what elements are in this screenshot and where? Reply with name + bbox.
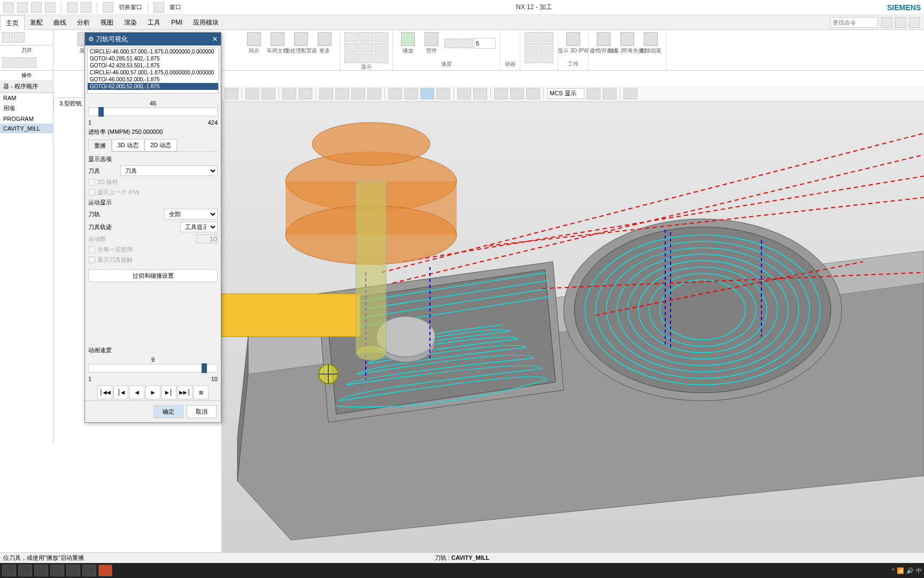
disp-mini-6[interactable] [374, 43, 388, 52]
tab-pmi[interactable]: PMI [166, 15, 188, 30]
st-icon-16[interactable] [494, 88, 508, 100]
st-icon-10[interactable] [388, 88, 402, 100]
lp-icon-3[interactable] [2, 57, 13, 68]
nc-lines-list[interactable]: CIRCLE/-46.000,57.000,-1.875,0.0000000,0… [87, 48, 219, 94]
ok-button[interactable]: 确定 [153, 405, 183, 418]
first-button[interactable]: |◀◀ [97, 385, 112, 399]
2d-remove-checkbox[interactable] [88, 179, 95, 186]
tray-chevron-up-icon[interactable]: ^ [892, 567, 895, 574]
tab-2d-dynamic[interactable]: 2D 动态 [144, 139, 177, 151]
st-icon-21[interactable] [623, 88, 637, 100]
path-select[interactable]: 全部 [164, 209, 218, 219]
cancel-button[interactable]: 取消 [187, 405, 217, 418]
st-icon-6[interactable] [319, 88, 333, 100]
tool-mini-2[interactable] [540, 32, 553, 42]
st-icon-18[interactable] [526, 88, 540, 100]
st-icon-9[interactable] [367, 88, 381, 100]
tab-replay[interactable]: 重播 [88, 140, 112, 152]
tool-mini-4[interactable] [540, 43, 553, 52]
sync-button[interactable]: 同步 [243, 32, 265, 55]
st-icon-2[interactable] [245, 88, 259, 100]
search-icon[interactable] [881, 17, 892, 28]
cut-icon[interactable] [31, 2, 42, 13]
task-app-2[interactable] [34, 565, 48, 576]
del-group-button[interactable]: 删除组装 [640, 32, 661, 55]
tree-item-program[interactable]: PROGRAM [0, 114, 53, 124]
st-icon-4[interactable] [282, 88, 296, 100]
st-icon-15[interactable] [473, 88, 487, 100]
show-prev-ipw-checkbox[interactable] [88, 189, 95, 196]
st-icon-17[interactable] [510, 88, 524, 100]
tab-cavity-mill[interactable]: 3.型腔铣 [53, 97, 88, 110]
disp-mini-5[interactable] [359, 43, 373, 52]
tool-mini-3[interactable] [525, 43, 538, 52]
tab-home[interactable]: 主页 [0, 15, 25, 30]
tab-3d-dynamic[interactable]: 3D 动态 [112, 139, 144, 151]
task-powerpoint[interactable] [98, 565, 112, 576]
pause-layer-checkbox[interactable] [88, 246, 95, 253]
tray-network-icon[interactable]: 📶 [897, 567, 904, 574]
tool-select[interactable]: 刀具 [120, 165, 218, 176]
tray-ime[interactable]: 中 [916, 567, 922, 575]
tab-tools[interactable]: 工具 [142, 15, 166, 30]
motion-count-input[interactable] [196, 234, 218, 244]
trans-eff-button[interactable]: 转条 (即将失效) [617, 32, 638, 55]
disp-mini-7[interactable] [344, 54, 358, 63]
new-icon[interactable] [67, 2, 78, 13]
gouge-settings-button[interactable]: 过切和碰撞设置 [88, 269, 218, 282]
window-icon[interactable] [153, 2, 164, 13]
undo-icon[interactable] [3, 2, 14, 13]
disp-mini-8[interactable] [359, 54, 373, 63]
tree-item-cavity-mill[interactable]: CAVITY_MILL [0, 124, 53, 133]
search-input[interactable] [830, 17, 878, 28]
speed-input[interactable] [474, 38, 496, 49]
task-app-5[interactable] [82, 565, 96, 576]
tray-sound-icon[interactable]: 🔊 [906, 567, 914, 574]
st-icon-3[interactable] [261, 88, 275, 100]
st-icon-19[interactable] [587, 88, 600, 100]
nc-line-selected[interactable]: GOTO/-62.000,52.000,-1.875 [88, 83, 218, 90]
forward-button[interactable]: ▶ [145, 385, 160, 399]
show-3d-ipw-button[interactable]: 显示 3D IPW [563, 32, 584, 55]
st-icon-20[interactable] [603, 88, 617, 100]
close-icon[interactable]: ✕ [212, 35, 218, 43]
st-icon-7[interactable] [335, 88, 349, 100]
tab-assembly[interactable]: 装配 [25, 15, 48, 30]
tree-item-use[interactable]: 用项 [0, 103, 53, 114]
disp-mini-4[interactable] [344, 43, 358, 52]
open-icon[interactable] [81, 2, 91, 13]
disp-mini-2[interactable] [359, 32, 373, 42]
show-contact-checkbox[interactable] [88, 256, 95, 263]
task-app-1[interactable] [18, 565, 32, 576]
tab-view[interactable]: 视图 [95, 15, 119, 30]
copy-icon[interactable] [45, 2, 56, 13]
nc-line[interactable]: GOTO/-46.000,52.000,-1.875 [88, 76, 218, 83]
prev-step-button[interactable]: |◀ [113, 385, 128, 399]
step-back-icon[interactable] [444, 39, 458, 48]
nc-line[interactable]: GOTO/-42.428,53.501,-1.875 [88, 62, 218, 69]
tool-mini-5[interactable] [525, 54, 538, 63]
window-label[interactable]: 窗口 [170, 3, 181, 11]
st-icon-11[interactable] [404, 88, 418, 100]
last-button[interactable]: ▶▶| [178, 385, 192, 399]
st-icon-1[interactable] [225, 88, 238, 100]
viewport-3d[interactable] [221, 102, 924, 552]
play-button[interactable]: 播放 [397, 32, 419, 55]
tab-app[interactable]: 应用模块 [188, 15, 224, 30]
tool-mini-6[interactable] [540, 54, 553, 63]
tool-mini-1[interactable] [525, 32, 538, 42]
st-icon-14[interactable] [457, 88, 471, 100]
step-fwd-icon[interactable] [459, 39, 473, 48]
task-app-4[interactable] [66, 565, 80, 576]
tab-analyze[interactable]: 分析 [72, 15, 95, 30]
disp-mini-1[interactable] [344, 32, 358, 42]
disp-mini-9[interactable] [374, 54, 388, 63]
more-button[interactable]: 更多 [314, 32, 335, 55]
lp-icon-2[interactable] [14, 32, 25, 43]
anim-speed-slider[interactable] [88, 364, 218, 372]
mcs-display[interactable] [547, 88, 584, 99]
lp-icon-4[interactable] [14, 57, 25, 68]
trace-select[interactable]: 工具提示 [180, 222, 218, 232]
nc-line[interactable]: GOTO/-40.285,51.402,-1.875 [88, 55, 218, 62]
nc-line[interactable]: CIRCLE/-46.000,57.000,-1.875,0.0000000,0… [88, 69, 218, 76]
